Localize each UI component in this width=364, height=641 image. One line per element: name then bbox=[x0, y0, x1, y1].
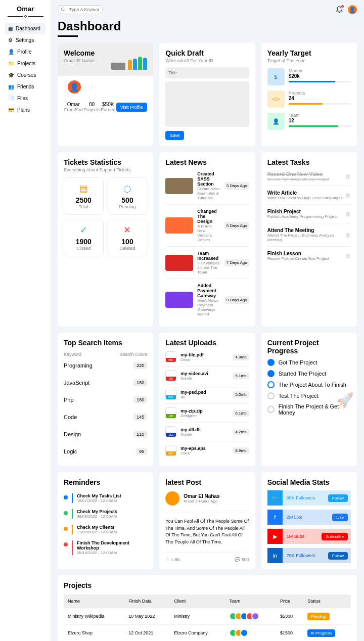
progress-circle-icon bbox=[267, 370, 275, 377]
user-avatar[interactable]: 👤 bbox=[348, 5, 357, 14]
sidebar-item-courses[interactable]: 🎓Courses bbox=[5, 69, 46, 81]
news-thumb bbox=[165, 292, 193, 308]
social-action-button[interactable]: Follow bbox=[328, 552, 348, 560]
trash-icon[interactable]: 🗑 bbox=[345, 192, 351, 198]
sidebar-title: Omar bbox=[5, 5, 46, 13]
news-date: 5 Days Ago bbox=[224, 222, 249, 230]
social-item: 🐦 90K Followers Follow bbox=[267, 490, 351, 506]
news-date: 7 Days Ago bbox=[224, 259, 249, 266]
post-author: Omar El Nahas bbox=[184, 493, 219, 499]
sidebar-item-files[interactable]: 📄Files bbox=[5, 93, 46, 104]
social-action-button[interactable]: Like bbox=[332, 514, 348, 521]
projects-card: Projects NameFinish DataClientTeamPriceS… bbox=[58, 575, 357, 641]
ticket-box: ▤ 2500Total bbox=[64, 177, 104, 215]
file-icon: EPS bbox=[165, 445, 176, 456]
file-icon: PDF bbox=[165, 351, 176, 362]
svg-line-1 bbox=[64, 10, 65, 11]
news-date: 9 Days Ago bbox=[224, 296, 249, 304]
sidebar-item-profile[interactable]: 👤Profile bbox=[5, 46, 46, 58]
sidebar-item-plans[interactable]: 💳Plans bbox=[5, 104, 46, 116]
post-comments[interactable]: 💬 500 bbox=[235, 557, 249, 562]
notification-icon[interactable] bbox=[336, 6, 343, 13]
reminder-dot-icon bbox=[64, 527, 68, 531]
search-keyword-item: Design110 bbox=[64, 426, 147, 443]
welcome-avatar-icon: 👤 bbox=[67, 79, 82, 95]
ticket-icon: ▤ bbox=[69, 183, 98, 194]
progress-circle-icon bbox=[267, 381, 275, 388]
ticket-box: ✓ 1900Closed bbox=[64, 219, 104, 256]
news-item: Team Increased3 Developes Joined The Tea… bbox=[165, 247, 249, 279]
post-body: You Can Fool All Of The People Some Of T… bbox=[165, 511, 249, 553]
status-badge: In Progress bbox=[307, 629, 335, 637]
post-title: latest Post bbox=[165, 478, 249, 486]
reminders-title: Reminders bbox=[64, 478, 147, 486]
welcome-title: Welcome bbox=[64, 49, 95, 57]
file-icon: AVI bbox=[165, 370, 176, 381]
file-icon: ZIP bbox=[165, 407, 176, 419]
top-search-card: Top Search Items KeywordSearch Count Pro… bbox=[58, 333, 153, 466]
visit-profile-button[interactable]: Visit Profile bbox=[116, 103, 147, 112]
post-likes[interactable]: ♡ 1.8K bbox=[165, 557, 180, 562]
reminder-item: Check My Clients13/09/2022 - 12:00AM bbox=[64, 522, 147, 537]
reminders-card: Reminders Check My Tasks List18/07/2022 … bbox=[58, 472, 153, 569]
reminder-item: Check My Tasks List18/07/2022 - 12:00AM bbox=[64, 490, 147, 506]
trash-icon[interactable]: 🗑 bbox=[345, 253, 351, 259]
search-keyword-item: Code145 bbox=[64, 408, 147, 426]
draft-sub: Write adraft For Your ID bbox=[165, 58, 249, 63]
sidebar-item-settings[interactable]: ⚙Settings bbox=[5, 34, 46, 46]
draft-title: Quick Draft bbox=[165, 49, 249, 57]
plans-icon: 💳 bbox=[8, 107, 14, 113]
social-item: ▶ 1M Subs Subscribe bbox=[267, 529, 351, 544]
projects-icon: 📁 bbox=[8, 61, 14, 66]
tickets-sub: Everything About Support Tickets bbox=[64, 167, 147, 172]
team-avatars bbox=[229, 629, 272, 637]
sidebar-item-dashboard[interactable]: ▦Dashboard bbox=[5, 23, 46, 34]
task-item: Finish ProjectPublish Academy Programmin… bbox=[267, 205, 351, 223]
sidebar-item-friends[interactable]: 👥Friends bbox=[5, 81, 46, 93]
linkedin-icon: in bbox=[267, 548, 283, 563]
social-item: f 2M Like Like bbox=[267, 510, 351, 525]
team-avatars bbox=[229, 612, 272, 620]
target-icon: 👤 bbox=[267, 113, 285, 130]
settings-icon: ⚙ bbox=[8, 37, 13, 43]
welcome-card: Welcome Omar El Nahas 👤 OmarFrontEnd80Pr… bbox=[58, 43, 153, 146]
upload-item: ZIP my-zip.zipDesigner 6.1mb bbox=[165, 404, 249, 423]
progress-step: Started The Project bbox=[267, 370, 351, 377]
progress-circle-icon bbox=[267, 392, 275, 399]
progress-step: The Project About To Finish bbox=[267, 381, 351, 388]
trash-icon[interactable]: 🗑 bbox=[345, 232, 351, 238]
search-keyword-item: JavaScript180 bbox=[64, 374, 147, 391]
rocket-icon: 🚀 bbox=[336, 392, 354, 408]
sidebar-item-projects[interactable]: 📁Projects bbox=[5, 58, 46, 69]
news-item: Changed The DesignA Brand New Website De… bbox=[165, 205, 249, 247]
twitter-icon: 🐦 bbox=[267, 490, 283, 506]
ticket-icon: ✓ bbox=[69, 224, 98, 236]
news-thumb bbox=[165, 217, 193, 234]
search-keyword-item: Programing220 bbox=[64, 357, 147, 374]
save-button[interactable]: Save bbox=[165, 131, 184, 140]
draft-body-input[interactable] bbox=[165, 81, 249, 127]
social-action-button[interactable]: Subscribe bbox=[322, 533, 348, 540]
courses-icon: 🎓 bbox=[8, 72, 14, 78]
uploads-title: Latest Uploads bbox=[165, 339, 249, 347]
ticket-box: ✕ 100Deleted bbox=[108, 219, 148, 256]
reminder-dot-icon bbox=[64, 511, 68, 515]
news-card: Latest News Created SASS SectionCreate S… bbox=[159, 152, 255, 327]
reminder-dot-icon bbox=[64, 495, 68, 499]
task-item: Write ArticleWrite Low Level vs High Lev… bbox=[267, 186, 351, 205]
trash-icon[interactable]: 🗑 bbox=[345, 211, 351, 217]
dashboard-icon: ▦ bbox=[8, 26, 13, 31]
social-action-button[interactable]: Follow bbox=[328, 494, 348, 502]
reminder-dot-icon bbox=[64, 542, 68, 546]
welcome-subtitle: Omar El Nahas bbox=[64, 58, 95, 63]
draft-card: Quick Draft Write adraft For Your ID Sav… bbox=[159, 43, 255, 146]
file-icon: DLL bbox=[165, 426, 176, 437]
file-icon: PSD bbox=[165, 389, 176, 400]
trash-icon[interactable]: 🗑 bbox=[345, 173, 351, 179]
status-badge: Pending bbox=[307, 613, 329, 620]
tickets-card: Tickets Statistics Everything About Supp… bbox=[58, 152, 153, 327]
ticket-icon: ✕ bbox=[113, 224, 142, 236]
draft-title-input[interactable] bbox=[165, 67, 249, 78]
upload-item: PDF my-file.pdfOmar 4.9mb bbox=[165, 348, 249, 367]
files-icon: 📄 bbox=[8, 96, 14, 101]
